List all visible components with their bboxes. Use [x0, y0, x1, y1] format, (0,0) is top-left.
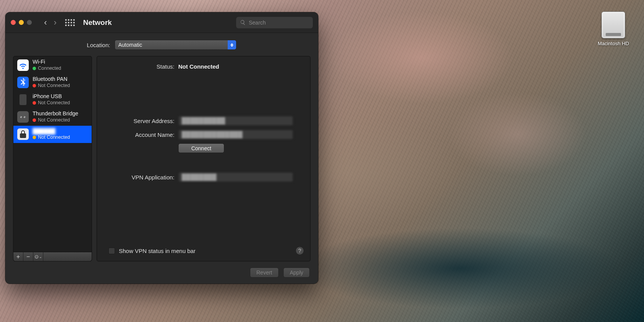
location-select[interactable]: Automatic [115, 40, 237, 50]
titlebar: ‹ › Network Search [5, 12, 318, 33]
thunderbolt-icon [17, 111, 29, 123]
service-vpn[interactable]: ██████ Not Connected [13, 126, 92, 143]
status-dot-icon [33, 101, 36, 105]
server-address-field[interactable]: ██████████ [178, 116, 293, 126]
nav-buttons: ‹ › [44, 18, 57, 27]
status-dot-icon [33, 84, 36, 87]
show-vpn-status-label: Show VPN status in menu bar [119, 248, 196, 254]
window-title: Network [83, 18, 112, 27]
revert-button[interactable]: Revert [250, 268, 279, 278]
forward-button: › [54, 18, 56, 27]
zoom-button[interactable] [27, 20, 32, 25]
connect-button[interactable]: Connect [178, 143, 224, 153]
minimize-button[interactable] [19, 20, 24, 25]
lock-icon [17, 128, 29, 140]
drive-label: Macintosh HD [598, 41, 629, 46]
location-row: Location: Automatic [5, 33, 318, 56]
status-dot-icon [33, 67, 36, 70]
service-wifi[interactable]: Wi-Fi Connected [13, 56, 92, 74]
location-label: Location: [87, 42, 110, 48]
show-all-button[interactable] [65, 19, 75, 26]
network-preferences-window: ‹ › Network Search Location: Automatic [5, 12, 318, 284]
show-vpn-status-row: Show VPN status in menu bar [108, 248, 196, 254]
vpn-application-field[interactable]: ████████ [178, 172, 293, 182]
search-icon [240, 20, 246, 25]
bluetooth-icon [17, 77, 29, 88]
status-dot-icon [33, 118, 36, 122]
apply-button[interactable]: Apply [283, 268, 310, 278]
harddrive-icon [601, 12, 625, 38]
add-service-button[interactable]: + [13, 252, 23, 261]
service-sidebar: Wi-Fi Connected Bluetooth PAN Not Connec… [13, 56, 92, 261]
service-list: Wi-Fi Connected Bluetooth PAN Not Connec… [13, 56, 92, 252]
search-field[interactable]: Search [236, 17, 313, 28]
close-button[interactable] [11, 20, 16, 25]
phone-icon [17, 94, 29, 105]
remove-service-button[interactable]: − [23, 252, 33, 261]
service-iphone-usb[interactable]: iPhone USB Not Connected [13, 91, 92, 108]
help-button[interactable]: ? [296, 246, 304, 255]
account-name-field[interactable]: ██████████████ [178, 130, 293, 140]
status-label: Status: [106, 63, 174, 70]
search-placeholder: Search [249, 20, 266, 26]
service-bluetooth-pan[interactable]: Bluetooth PAN Not Connected [13, 74, 92, 91]
back-button[interactable]: ‹ [44, 18, 47, 27]
desktop-drive[interactable]: Macintosh HD [594, 12, 632, 46]
vpn-application-label: VPN Application: [106, 174, 174, 181]
location-value: Automatic [118, 42, 142, 48]
service-name: Thunderbolt Bridge [33, 110, 78, 117]
service-name: ██████ [33, 128, 70, 135]
detail-pane: Status: Not Connected Server Address: ██… [97, 56, 310, 261]
window-controls [11, 20, 32, 25]
window-footer: Revert Apply [5, 261, 318, 284]
status-dot-icon [33, 136, 36, 139]
service-name: Wi-Fi [33, 59, 61, 66]
service-thunderbolt-bridge[interactable]: Thunderbolt Bridge Not Connected [13, 108, 92, 125]
account-name-label: Account Name: [106, 131, 174, 138]
status-value: Not Connected [178, 63, 219, 70]
select-stepper-icon [228, 40, 236, 49]
server-address-label: Server Address: [106, 118, 174, 124]
wifi-icon [17, 59, 29, 71]
service-name: Bluetooth PAN [33, 76, 70, 83]
service-actions-button[interactable]: ⊙⌄ [33, 252, 43, 261]
service-name: iPhone USB [33, 93, 70, 100]
sidebar-footer: + − ⊙⌄ [13, 252, 92, 261]
show-vpn-status-checkbox[interactable] [108, 248, 115, 254]
